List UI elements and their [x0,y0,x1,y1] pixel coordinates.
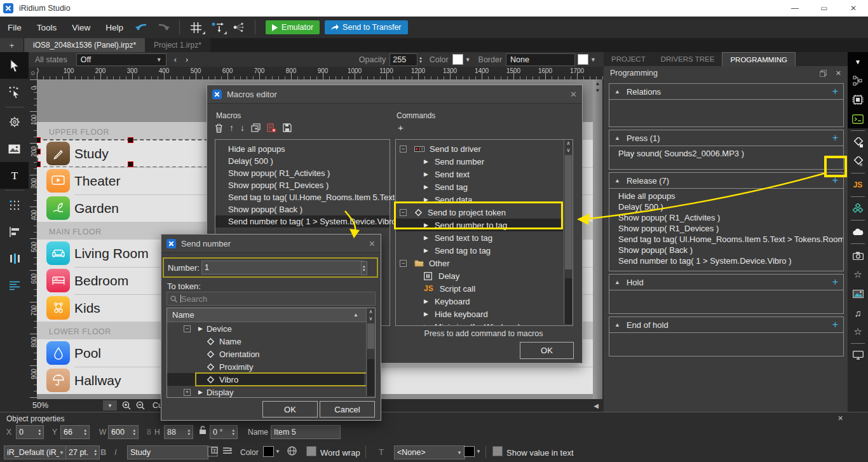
command-item[interactable]: ▶Send number to tag [396,219,563,231]
command-item[interactable]: ▶Send number [396,155,563,168]
macro-item[interactable]: Send number to tag( 1 > System.Device.Vi… [215,215,390,228]
collapse-chevron-icon[interactable]: ▲ [614,279,620,285]
add-action-icon[interactable]: + [832,175,838,186]
menu-help[interactable]: Help [98,23,131,32]
displays-icon[interactable] [848,346,868,365]
send-to-transfer-button[interactable]: Send to Transfer [325,20,407,34]
redo-icon[interactable] [153,19,174,36]
share-icon[interactable] [228,19,250,36]
y-field[interactable]: 66▴▾ [60,425,90,439]
token-search[interactable]: Search [166,292,376,306]
text-color-chevron-icon[interactable]: ▼ [275,449,280,454]
relation-color-swatch[interactable] [464,446,475,457]
sounds-icon[interactable]: ♫ [848,303,868,322]
selection-handle[interactable] [37,161,41,167]
border-chevron-icon[interactable]: ▼ [590,57,596,63]
gallery-icon[interactable] [848,284,868,303]
document-tab[interactable]: iOS8_2048x1536 (Panel).irpz* [24,38,145,52]
project-tree-icon[interactable] [848,71,868,90]
token-item[interactable]: −▶Device [167,322,364,335]
expand-icon[interactable]: + [184,389,191,396]
italic-button[interactable]: I [114,447,117,457]
command-item[interactable]: ▶Send data [396,193,563,206]
scripts-icon[interactable]: JS [848,175,868,194]
command-item[interactable]: −Other [396,257,563,269]
bold-button[interactable]: B [100,447,106,457]
emulator-button[interactable]: Emulator [266,20,320,34]
modules-icon[interactable] [848,90,868,109]
section-header[interactable]: ▲Relations+ [609,84,843,100]
duplicate-macro-icon[interactable] [251,123,261,132]
macro-item[interactable]: Show popup( R1_Activites ) [215,167,390,179]
commands-tree[interactable]: ∧∨ −Send to driver▶Send number▶Send text… [395,139,573,326]
grid-snap-tool[interactable] [0,192,29,219]
command-item[interactable]: ▶Send text to tag [396,231,563,244]
command-item[interactable]: ▶Send tag to tag [396,244,563,257]
canvas-vertical-scrollbar[interactable]: ▲ ▼ [593,79,602,399]
collapse-chevron-icon[interactable]: ▼ [848,52,868,71]
color-swatch[interactable] [452,54,463,65]
close-panel-icon[interactable]: ✕ [836,69,841,78]
collapse-chevron-icon[interactable]: ▲ [614,135,620,141]
console-icon[interactable] [848,109,868,128]
token-item[interactable]: Vibro [167,373,364,386]
action-item[interactable]: Send tag to tag( Ul.Home_Rooms.Item 5.Te… [609,234,843,245]
x-field[interactable]: 0▴▾ [16,425,44,439]
macro-item[interactable]: Send tag to tag( Ul.Home_Rooms.Item 5.Te… [215,191,390,203]
object-name-field[interactable]: Item 5 [271,425,341,439]
border-dropdown[interactable]: None [506,53,575,66]
command-item[interactable]: JSScript call [396,282,563,295]
token-tree[interactable]: Name ▲ −▶DeviceNameOrientationProximityV… [166,308,376,398]
dock-tab-project[interactable]: PROJECT [604,52,653,66]
move-down-icon[interactable]: ↓ [240,123,245,133]
action-item[interactable]: Show popup( R1_Devices ) [609,223,843,234]
action-item[interactable]: Delay( 500 ) [609,201,843,212]
tokens-icon[interactable] [848,133,868,152]
number-field[interactable]: 1 [201,261,364,275]
text-tool[interactable]: T [0,162,29,189]
section-header[interactable]: ▲Press (1)+ [609,130,843,146]
undo-icon[interactable] [131,19,153,36]
state-dropdown[interactable]: Off▼ [76,53,166,66]
token-item[interactable]: Name [167,335,364,348]
command-item[interactable]: ▶Hide keyboard [396,308,563,320]
clear-macros-icon[interactable] [267,123,276,133]
grid-icon[interactable] [185,19,207,36]
action-item[interactable]: Hide all popups [609,191,843,201]
sort-asc-icon[interactable]: ▲ [353,312,358,318]
float-panel-icon[interactable] [820,70,827,77]
number-spinner[interactable]: ▴▾ [361,261,367,275]
add-command-button[interactable]: + [398,122,403,133]
dock-tab-programming[interactable]: PROGRAMMING [722,52,795,66]
macro-item[interactable]: Show popup( R1_Devices ) [215,179,390,191]
macros-close-icon[interactable]: ✕ [570,90,577,99]
prev-state-button[interactable]: ‹ [174,55,177,64]
command-item[interactable]: ▶Send tag [396,180,563,193]
align-tool[interactable] [0,219,29,245]
macro-item[interactable]: Show popup( Back ) [215,203,390,215]
action-item[interactable]: Show popup( R1_Activites ) [609,212,843,223]
macro-item[interactable]: Hide all popups [215,143,390,155]
dock-tab-drivers-tree[interactable]: DRIVERS TREE [653,52,722,66]
selection-handle[interactable] [128,137,133,143]
new-tab-button[interactable]: + [0,38,24,52]
selection-handle[interactable] [128,161,133,167]
selection-handle[interactable] [37,149,41,154]
action-item[interactable]: Play sound( Sounds2_0006.MP3 ) [609,148,843,159]
opacity-field[interactable]: 255 [390,53,417,66]
add-action-icon[interactable]: + [832,319,838,330]
command-item[interactable]: −Send to project token [396,206,563,219]
close-properties-icon[interactable]: ✕ [837,414,843,423]
add-action-icon[interactable]: + [832,86,838,97]
command-item[interactable]: −Send to driver [396,142,563,155]
collapse-chevron-icon[interactable]: ▲ [614,177,620,184]
menu-tools[interactable]: Tools [29,23,65,32]
macros-ok-button[interactable]: OK [520,342,574,359]
object-size-icon[interactable] [207,19,228,36]
hscroll-left-icon[interactable]: ◀ [593,402,599,409]
section-header[interactable]: ▲Hold+ [609,275,843,290]
section-header[interactable]: ▲End of hold+ [609,317,843,333]
command-item[interactable]: ▶Minimize (for Windows) [396,320,563,326]
w-field[interactable]: 600▴▾ [108,425,139,439]
zoom-dropdown[interactable]: ▼ [103,400,117,411]
